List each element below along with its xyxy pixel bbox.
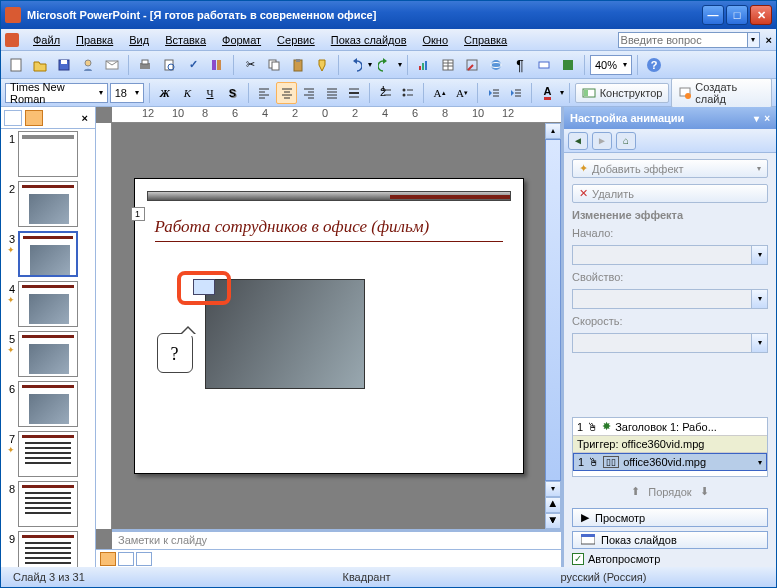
speed-dropdown[interactable]: ▾ bbox=[572, 333, 768, 353]
research-button[interactable] bbox=[206, 54, 228, 76]
menu-insert[interactable]: Вставка bbox=[159, 33, 212, 47]
tables-borders-button[interactable] bbox=[461, 54, 483, 76]
insert-hyperlink-button[interactable] bbox=[485, 54, 507, 76]
menu-view[interactable]: Вид bbox=[123, 33, 155, 47]
font-color-dropdown-icon[interactable]: ▾ bbox=[560, 88, 564, 97]
media-control-icon[interactable] bbox=[193, 279, 215, 295]
decrease-font-button[interactable]: A▾ bbox=[452, 82, 473, 104]
color-button[interactable] bbox=[557, 54, 579, 76]
font-size-combo[interactable]: 18▾ bbox=[110, 83, 144, 103]
thumbnail-1[interactable] bbox=[18, 131, 78, 177]
new-button[interactable] bbox=[5, 54, 27, 76]
vertical-scrollbar[interactable]: ▴ ▾ ⯅ ⯆ bbox=[545, 123, 561, 529]
redo-button[interactable] bbox=[374, 54, 396, 76]
next-slide-button[interactable]: ⯆ bbox=[545, 513, 561, 529]
move-down-button[interactable]: ⬇ bbox=[700, 485, 709, 498]
scroll-down-button[interactable]: ▾ bbox=[545, 481, 561, 497]
font-name-combo[interactable]: Times New Roman▾ bbox=[5, 83, 108, 103]
distributed-button[interactable] bbox=[344, 82, 365, 104]
preview-button[interactable]: ▶ Просмотр bbox=[572, 508, 768, 527]
format-painter-button[interactable] bbox=[311, 54, 333, 76]
expand-all-button[interactable]: ¶ bbox=[509, 54, 531, 76]
insert-table-button[interactable] bbox=[437, 54, 459, 76]
increase-font-button[interactable]: A▴ bbox=[429, 82, 450, 104]
help-dropdown-icon[interactable]: ▾ bbox=[748, 32, 760, 48]
status-language[interactable]: русский (Россия) bbox=[487, 571, 720, 583]
permission-button[interactable] bbox=[77, 54, 99, 76]
thumbnail-2[interactable] bbox=[18, 181, 78, 227]
menu-slideshow[interactable]: Показ слайдов bbox=[325, 33, 413, 47]
font-color-button[interactable]: A bbox=[537, 82, 558, 104]
minimize-button[interactable]: ― bbox=[702, 5, 724, 25]
item-dropdown-icon[interactable]: ▾ bbox=[758, 458, 762, 467]
undo-dropdown-icon[interactable]: ▾ bbox=[368, 60, 372, 69]
underline-button[interactable]: Ч bbox=[200, 82, 221, 104]
slideshow-button[interactable]: Показ слайдов bbox=[572, 531, 768, 549]
thumbnail-5[interactable] bbox=[18, 331, 78, 377]
align-left-button[interactable] bbox=[254, 82, 275, 104]
menu-window[interactable]: Окно bbox=[417, 33, 455, 47]
zoom-combo[interactable]: 40%▾ bbox=[590, 55, 632, 75]
nav-home-button[interactable]: ⌂ bbox=[616, 132, 636, 150]
maximize-button[interactable]: □ bbox=[726, 5, 748, 25]
outline-tab[interactable] bbox=[4, 110, 22, 126]
email-button[interactable] bbox=[101, 54, 123, 76]
align-justify-button[interactable] bbox=[321, 82, 342, 104]
paste-button[interactable] bbox=[287, 54, 309, 76]
prev-slide-button[interactable]: ⯅ bbox=[545, 497, 561, 513]
thumbnail-3[interactable] bbox=[18, 231, 78, 277]
print-button[interactable] bbox=[134, 54, 156, 76]
shadow-button[interactable]: S bbox=[222, 82, 243, 104]
undo-button[interactable] bbox=[344, 54, 366, 76]
start-dropdown[interactable]: ▾ bbox=[572, 245, 768, 265]
print-preview-button[interactable] bbox=[158, 54, 180, 76]
animation-list[interactable]: 1 🖱 ✸ Заголовок 1: Рабо... Триггер: offi… bbox=[572, 417, 768, 477]
italic-button[interactable]: К bbox=[177, 82, 198, 104]
spelling-button[interactable]: ✓ bbox=[182, 54, 204, 76]
menu-file[interactable]: Файл bbox=[27, 33, 66, 47]
copy-button[interactable] bbox=[263, 54, 285, 76]
show-grid-button[interactable] bbox=[533, 54, 555, 76]
thumbnail-6[interactable] bbox=[18, 381, 78, 427]
animation-item-2[interactable]: 1 🖱 ▯▯ office360vid.mpg ▾ bbox=[573, 453, 767, 471]
insert-chart-button[interactable] bbox=[413, 54, 435, 76]
notes-pane[interactable]: Заметки к слайду bbox=[112, 529, 561, 549]
thumbnail-4[interactable] bbox=[18, 281, 78, 327]
thumbnail-8[interactable] bbox=[18, 481, 78, 527]
menu-format[interactable]: Формат bbox=[216, 33, 267, 47]
taskpane-menu-icon[interactable]: ▾ × bbox=[754, 113, 770, 124]
slide-canvas[interactable]: 1 Работа сотрудников в офисе (фильм) ? bbox=[112, 123, 545, 529]
scroll-up-button[interactable]: ▴ bbox=[545, 123, 561, 139]
app-menu-icon[interactable] bbox=[5, 33, 19, 47]
help-search-input[interactable] bbox=[618, 32, 748, 48]
thumbnail-9[interactable] bbox=[18, 531, 78, 567]
menu-help[interactable]: Справка bbox=[458, 33, 513, 47]
slideshow-view-button[interactable] bbox=[136, 552, 152, 566]
slides-tab[interactable] bbox=[25, 110, 43, 126]
thumbnail-close-button[interactable]: × bbox=[78, 112, 92, 124]
align-center-button[interactable] bbox=[276, 82, 297, 104]
open-button[interactable] bbox=[29, 54, 51, 76]
design-button[interactable]: Конструктор bbox=[575, 83, 670, 103]
normal-view-button[interactable] bbox=[100, 552, 116, 566]
increase-indent-button[interactable] bbox=[506, 82, 527, 104]
move-up-button[interactable]: ⬆ bbox=[631, 485, 640, 498]
bold-button[interactable]: Ж bbox=[155, 82, 176, 104]
redo-dropdown-icon[interactable]: ▾ bbox=[398, 60, 402, 69]
slide-title-text[interactable]: Работа сотрудников в офисе (фильм) bbox=[155, 217, 503, 242]
nav-forward-button[interactable]: ► bbox=[592, 132, 612, 150]
decrease-indent-button[interactable] bbox=[483, 82, 504, 104]
close-button[interactable]: ✕ bbox=[750, 5, 772, 25]
autopreview-checkbox[interactable]: ✓ Автопросмотр bbox=[564, 551, 776, 567]
slide-animation-tag[interactable]: 1 bbox=[131, 207, 145, 221]
bullets-button[interactable] bbox=[398, 82, 419, 104]
cut-button[interactable]: ✂ bbox=[239, 54, 261, 76]
menu-edit[interactable]: Правка bbox=[70, 33, 119, 47]
menubar-close-icon[interactable]: × bbox=[766, 34, 772, 46]
nav-back-button[interactable]: ◄ bbox=[568, 132, 588, 150]
property-dropdown[interactable]: ▾ bbox=[572, 289, 768, 309]
sorter-view-button[interactable] bbox=[118, 552, 134, 566]
thumbnail-7[interactable] bbox=[18, 431, 78, 477]
remove-effect-button[interactable]: ✕ Удалить bbox=[572, 184, 768, 203]
new-slide-button[interactable]: Создать слайд bbox=[671, 78, 772, 108]
